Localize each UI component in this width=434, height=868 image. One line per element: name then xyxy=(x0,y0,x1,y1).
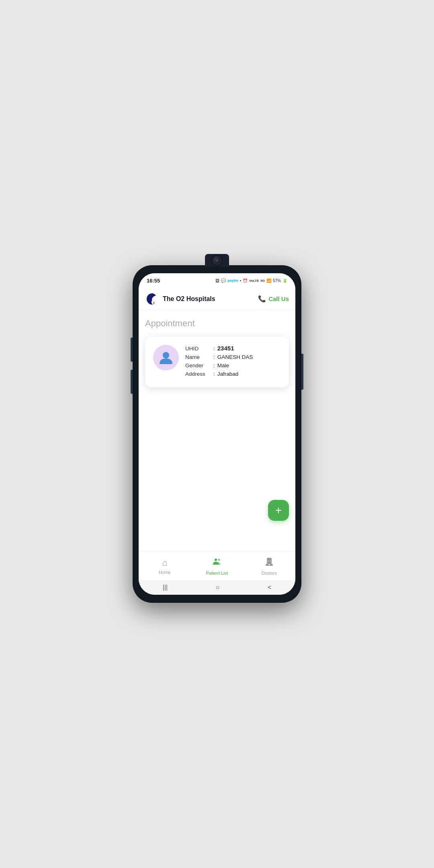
power-button[interactable] xyxy=(301,354,303,390)
home-label: Home xyxy=(159,570,170,575)
camera-bump xyxy=(205,254,229,267)
app-header: 2 The O2 Hospitals 📞 Call Us xyxy=(139,288,295,310)
svg-rect-5 xyxy=(267,558,272,563)
uhid-value: 23451 xyxy=(217,345,234,352)
volume-up-button[interactable] xyxy=(131,338,133,362)
battery-percentage: 57% xyxy=(273,278,281,283)
main-content: Appointment UHID : 23451 Nam xyxy=(139,310,295,551)
svg-rect-8 xyxy=(268,561,268,561)
plus-icon: + xyxy=(275,504,282,517)
back-button[interactable]: < xyxy=(268,584,271,591)
bottom-nav: ⌂ Home Patient List xyxy=(139,551,295,580)
address-value: Jafrabad xyxy=(217,371,239,377)
address-row: Address : Jafrabad xyxy=(185,371,281,377)
home-button[interactable]: ○ xyxy=(216,584,220,591)
hospital-name: The O2 Hospitals xyxy=(163,295,215,303)
svg-text:2: 2 xyxy=(153,301,155,304)
5g-icon: 5G xyxy=(260,279,265,283)
status-icons: 🖼 💬 paytm • ⏰ VoLTE 5G 📶 57% 🔋 xyxy=(215,278,287,283)
patient-info: UHID : 23451 Name : GANESH DAS Gender : … xyxy=(185,345,281,379)
nav-item-doctors[interactable]: Doctors xyxy=(243,557,295,575)
gender-row: Gender : Male xyxy=(185,362,281,368)
header-left: 2 The O2 Hospitals xyxy=(145,292,215,306)
phone-frame: 16:55 🖼 💬 paytm • ⏰ VoLTE 5G 📶 57% 🔋 xyxy=(133,265,301,603)
volte-icon: VoLTE xyxy=(249,279,259,283)
nav-item-home[interactable]: ⌂ Home xyxy=(139,558,191,575)
gender-value: Male xyxy=(217,362,229,368)
gallery-icon: 🖼 xyxy=(215,278,219,283)
patient-card[interactable]: UHID : 23451 Name : GANESH DAS Gender : … xyxy=(145,337,289,387)
name-row: Name : GANESH DAS xyxy=(185,354,281,360)
svg-rect-9 xyxy=(270,561,271,561)
svg-point-2 xyxy=(163,352,169,358)
patient-list-label: Patient List xyxy=(206,571,228,575)
home-icon: ⌂ xyxy=(162,558,167,568)
paytm-icon: paytm xyxy=(227,278,238,283)
add-appointment-button[interactable]: + xyxy=(268,500,289,521)
svg-point-3 xyxy=(215,559,217,561)
dot-icon: • xyxy=(240,278,242,283)
signal-icon: 📶 xyxy=(266,278,271,283)
address-label: Address xyxy=(185,371,213,377)
volume-down-button[interactable] xyxy=(131,370,133,394)
system-nav-bar: ||| ○ < xyxy=(139,580,295,595)
page-title: Appointment xyxy=(145,318,289,329)
status-time: 16:55 xyxy=(147,278,160,284)
status-bar: 16:55 🖼 💬 paytm • ⏰ VoLTE 5G 📶 57% 🔋 xyxy=(139,273,295,288)
message-icon: 💬 xyxy=(221,278,226,283)
person-icon xyxy=(158,350,174,366)
nav-item-patient-list[interactable]: Patient List xyxy=(191,557,243,575)
doctors-icon xyxy=(264,557,274,569)
uhid-row: UHID : 23451 xyxy=(185,345,281,352)
svg-point-4 xyxy=(218,559,220,561)
svg-rect-7 xyxy=(269,564,270,565)
app-logo: 2 xyxy=(145,292,160,306)
recent-apps-button[interactable]: ||| xyxy=(163,584,168,591)
phone-icon: 📞 xyxy=(258,295,266,303)
gender-label: Gender xyxy=(185,362,213,368)
patient-list-icon xyxy=(212,557,222,569)
patient-avatar xyxy=(153,345,179,371)
phone-screen: 16:55 🖼 💬 paytm • ⏰ VoLTE 5G 📶 57% 🔋 xyxy=(139,273,295,595)
doctors-label: Doctors xyxy=(262,571,277,575)
alarm-icon: ⏰ xyxy=(243,278,248,283)
camera-lens xyxy=(213,256,221,265)
name-value: GANESH DAS xyxy=(217,354,253,360)
call-us-button[interactable]: 📞 Call Us xyxy=(258,295,289,303)
call-us-label: Call Us xyxy=(268,295,289,302)
name-label: Name xyxy=(185,354,213,360)
battery-icon: 🔋 xyxy=(283,278,287,283)
uhid-label: UHID xyxy=(185,346,213,352)
